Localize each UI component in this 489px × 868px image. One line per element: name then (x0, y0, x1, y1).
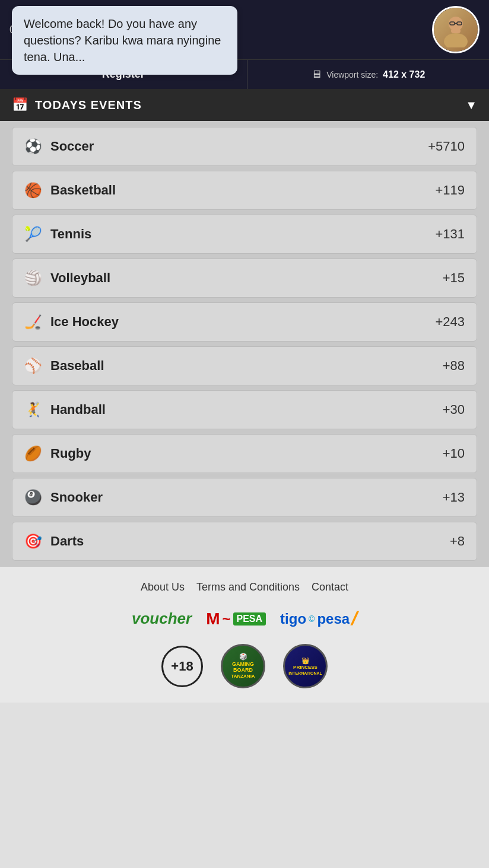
viewport-info: 🖥 Viewport size: 412 x 732 (247, 62, 490, 87)
sport-icon-snooker: 🎱 (24, 489, 42, 506)
sport-name-3: Volleyball (50, 270, 110, 286)
sport-icon-rugby: 🏉 (24, 445, 42, 462)
voucher-logo: voucher (132, 609, 192, 628)
sport-item-rugby[interactable]: 🏉 Rugby +10 (12, 434, 477, 473)
avatar (432, 6, 480, 53)
sport-name-8: Snooker (50, 490, 103, 505)
sport-name-9: Darts (50, 534, 84, 549)
sport-name-1: Basketball (50, 183, 116, 198)
sport-left-5: ⚾ Baseball (24, 358, 104, 374)
sport-item-baseball[interactable]: ⚾ Baseball +88 (12, 346, 477, 385)
section-header-left: 📅 TODAYS EVENTS (12, 97, 142, 113)
sport-item-tennis[interactable]: 🎾 Tennis +131 (12, 215, 477, 254)
mpesa-logo: M ~ PESA (206, 609, 266, 628)
sport-count-4: +243 (435, 314, 465, 330)
sport-left-7: 🏉 Rugby (24, 445, 91, 462)
tooltip-text: Welcome back! Do you have any questions?… (24, 17, 221, 63)
sport-left-9: 🎯 Darts (24, 533, 84, 550)
sport-name-6: Handball (50, 402, 106, 417)
sport-left-8: 🎱 Snooker (24, 489, 103, 506)
terms-link[interactable]: Terms and Conditions (196, 581, 300, 593)
sport-icon-baseball: ⚾ (24, 358, 42, 374)
monitor-icon: 🖥 (311, 68, 322, 81)
mpesa-pesa-badge: PESA (233, 612, 266, 626)
sport-count-2: +131 (435, 226, 465, 242)
sport-count-6: +30 (443, 402, 465, 417)
sport-name-2: Tennis (50, 226, 91, 242)
sport-count-1: +119 (435, 183, 465, 198)
tigo-logo: tigo © pesa / (280, 608, 357, 630)
sport-item-soccer[interactable]: ⚽ Soccer +5710 (12, 127, 477, 166)
footer: About Us Terms and Conditions Contact vo… (0, 567, 489, 703)
sport-icon-basketball: 🏀 (24, 182, 42, 199)
sport-icon-ice hockey: 🏒 (24, 314, 42, 330)
svg-point-1 (444, 33, 468, 47)
sport-name-5: Baseball (50, 358, 104, 374)
princess-badge: 👑 PRINCESS INTERNATIONAL (283, 644, 328, 688)
sport-left-4: 🏒 Ice Hockey (24, 314, 119, 330)
tigo-registered: © (309, 614, 315, 624)
svg-rect-2 (451, 28, 461, 33)
sport-item-ice-hockey[interactable]: 🏒 Ice Hockey +243 (12, 302, 477, 342)
tigo-pesa-text: pesa (317, 611, 350, 627)
age-restriction-badge: +18 (161, 646, 203, 687)
sport-count-7: +10 (443, 446, 465, 461)
sport-name-4: Ice Hockey (50, 314, 119, 330)
sport-left-3: 🏐 Volleyball (24, 270, 110, 286)
sport-count-0: +5710 (428, 139, 465, 154)
sport-item-handball[interactable]: 🤾 Handball +30 (12, 390, 477, 429)
calendar-icon: 📅 (12, 97, 28, 113)
chat-tooltip: Welcome back! Do you have any questions?… (12, 6, 237, 75)
viewport-size: 412 x 732 (383, 69, 425, 80)
sport-left-2: 🎾 Tennis (24, 226, 91, 242)
tigo-text: tigo (280, 611, 306, 627)
gaming-board-text: 🎲 GAMING BOARD TANZANIA (223, 653, 263, 679)
sport-item-darts[interactable]: 🎯 Darts +8 (12, 522, 477, 561)
viewport-label: Viewport size: (326, 70, 378, 79)
footer-links: About Us Terms and Conditions Contact (12, 581, 477, 593)
sport-icon-handball: 🤾 (24, 401, 42, 418)
sport-left-1: 🏀 Basketball (24, 182, 116, 199)
sport-name-7: Rugby (50, 446, 91, 461)
section-title: TODAYS EVENTS (35, 98, 142, 112)
sport-icon-tennis: 🎾 (24, 226, 42, 242)
about-us-link[interactable]: About Us (141, 581, 185, 593)
footer-payments: voucher M ~ PESA tigo © pesa / (12, 608, 477, 630)
princess-text: 👑 PRINCESS INTERNATIONAL (288, 656, 322, 676)
sport-count-3: +15 (443, 270, 465, 286)
sport-count-5: +88 (443, 358, 465, 374)
sport-left-6: 🤾 Handball (24, 401, 106, 418)
gaming-board-badge: 🎲 GAMING BOARD TANZANIA (221, 644, 265, 688)
sport-icon-volleyball: 🏐 (24, 270, 42, 286)
tigo-slash-icon: / (349, 608, 360, 630)
sport-count-9: +8 (450, 534, 465, 549)
sport-count-8: +13 (443, 490, 465, 505)
sport-item-snooker[interactable]: 🎱 Snooker +13 (12, 478, 477, 517)
contact-link[interactable]: Contact (312, 581, 348, 593)
chevron-down-icon: ▼ (465, 98, 477, 112)
footer-badges: +18 🎲 GAMING BOARD TANZANIA 👑 PRINCESS I… (12, 644, 477, 688)
sports-list: ⚽ Soccer +5710 🏀 Basketball +119 🎾 Tenni… (0, 121, 489, 567)
sport-name-0: Soccer (50, 139, 94, 154)
sport-left-0: ⚽ Soccer (24, 138, 94, 155)
avatar-image (434, 8, 478, 52)
mpesa-tilde: ~ (222, 611, 230, 627)
sport-item-volleyball[interactable]: 🏐 Volleyball +15 (12, 259, 477, 298)
sport-icon-soccer: ⚽ (24, 138, 42, 155)
sport-icon-darts: 🎯 (24, 533, 42, 550)
today-events-header[interactable]: 📅 TODAYS EVENTS ▼ (0, 89, 489, 121)
mpesa-m-letter: M (206, 609, 220, 628)
sport-item-basketball[interactable]: 🏀 Basketball +119 (12, 171, 477, 210)
